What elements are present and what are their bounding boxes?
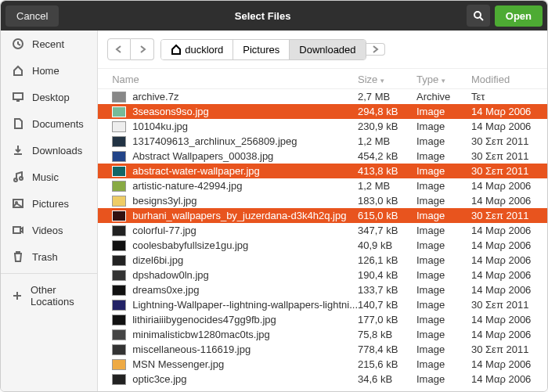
file-thumbnail [112, 181, 126, 192]
file-size: 140,7 kB [358, 299, 416, 311]
file-row[interactable]: burhani_wallpapers_by_juzerdana-d3k4h2q.… [98, 208, 547, 223]
file-thumbnail [112, 255, 126, 266]
file-modified: 14 Μαρ 2006 [471, 284, 538, 296]
sidebar-item-desktop[interactable]: Desktop [1, 84, 97, 110]
nav-back-button[interactable] [107, 38, 131, 60]
file-type: Image [416, 343, 471, 355]
breadcrumb-next-button[interactable] [366, 43, 385, 56]
svg-line-1 [480, 17, 483, 20]
file-size: 2,7 MB [358, 91, 416, 102]
file-name: dizel6bi.jpg [132, 254, 358, 266]
file-name: Abstract Wallpapers_00038.jpg [132, 150, 358, 162]
sidebar-item-other-locations[interactable]: Other Locations [1, 277, 97, 315]
file-row[interactable]: abstract-water-wallpaper.jpg413,8 kBImag… [98, 164, 547, 178]
file-row[interactable]: minimalisticbw1280mac0ts.jpg75,8 kBImage… [98, 327, 547, 342]
file-size: 1,2 MB [358, 180, 416, 192]
breadcrumb-item[interactable]: Downloaded [290, 40, 365, 59]
column-modified[interactable]: Modified [471, 74, 538, 85]
file-thumbnail [112, 121, 126, 132]
file-modified: 30 Σεπ 2011 [471, 343, 538, 355]
sidebar-item-recent[interactable]: Recent [1, 31, 97, 57]
file-row[interactable]: coolesbabyfullsize1gu.jpg40,9 kBImage14 … [98, 238, 547, 253]
file-thumbnail [112, 300, 126, 311]
file-size: 1,2 MB [358, 135, 416, 147]
open-button[interactable]: Open [495, 5, 543, 27]
file-row[interactable]: 1317409613_archlinux_256809.jpeg1,2 MBIm… [98, 134, 547, 149]
sidebar-item-videos[interactable]: Videos [1, 217, 97, 243]
sidebar-item-music[interactable]: Music [1, 164, 97, 190]
file-thumbnail [112, 270, 126, 281]
file-row[interactable]: Lightning-Wallpaper--lightning-wallpaper… [98, 297, 547, 312]
file-type: Image [416, 195, 471, 207]
search-button[interactable] [467, 5, 490, 27]
sidebar-item-pictures[interactable]: Pictures [1, 190, 97, 217]
doc-icon [12, 117, 24, 130]
file-modified: 30 Σεπ 2011 [471, 150, 538, 162]
file-type: Archive [416, 91, 471, 102]
file-name: dpshadow0ln.jpg [132, 269, 358, 281]
chevron-right-icon [370, 44, 380, 55]
file-row[interactable]: dpshadow0ln.jpg190,4 kBImage14 Μαρ 2006 [98, 268, 547, 282]
sidebar-item-label: Recent [32, 38, 64, 50]
file-thumbnail [112, 240, 126, 251]
file-size: 215,6 kB [358, 358, 416, 370]
file-size: 190,4 kB [358, 269, 416, 281]
file-row[interactable]: dreams0xe.jpg133,7 kBImage14 Μαρ 2006 [98, 282, 547, 297]
file-modified: 14 Μαρ 2006 [471, 239, 538, 251]
file-modified: 14 Μαρ 2006 [471, 314, 538, 325]
file-type: Image [416, 165, 471, 177]
file-name: 3seasons9so.jpg [132, 106, 358, 117]
sidebar-item-documents[interactable]: Documents [1, 110, 97, 137]
svg-point-0 [474, 12, 481, 18]
file-thumbnail [112, 92, 126, 102]
file-thumbnail [112, 151, 126, 162]
file-size: 34,6 kB [358, 373, 416, 385]
sidebar-item-label: Other Locations [31, 284, 86, 307]
sidebar-item-trash[interactable]: Trash [1, 243, 97, 270]
breadcrumb-item[interactable]: Pictures [233, 40, 290, 59]
file-row[interactable]: optic3ce.jpg34,6 kBImage14 Μαρ 2006 [98, 372, 547, 387]
sort-indicator: ▼ [379, 77, 385, 85]
nav-forward-button[interactable] [131, 38, 154, 60]
sidebar-item-label: Pictures [32, 198, 69, 210]
file-list[interactable]: archive.7z2,7 MBArchiveΤετ3seasons9so.jp… [98, 89, 547, 392]
file-name: lithiriaiiibygenocides47gg9fb.jpg [132, 314, 358, 325]
separator [1, 273, 97, 274]
file-row[interactable]: besigns3yl.jpg183,0 kBImage14 Μαρ 2006 [98, 193, 547, 208]
file-row[interactable]: dizel6bi.jpg126,1 kBImage14 Μαρ 2006 [98, 253, 547, 268]
file-type: Image [416, 314, 471, 325]
file-thumbnail [112, 210, 126, 221]
desktop-icon [12, 91, 24, 103]
column-name[interactable]: Name [112, 74, 358, 85]
sidebar-item-downloads[interactable]: Downloads [1, 137, 97, 164]
breadcrumb-label: Pictures [243, 44, 279, 56]
file-modified: 14 Μαρ 2006 [471, 254, 538, 266]
file-modified: 14 Μαρ 2006 [471, 195, 538, 207]
breadcrumb-item[interactable]: ducklord [161, 40, 233, 59]
file-row[interactable]: MSN Messenger.jpg215,6 kBImage14 Μαρ 200… [98, 357, 547, 372]
file-size: 40,9 kB [358, 239, 416, 251]
column-size[interactable]: Size▼ [358, 74, 416, 85]
file-size: 615,0 kB [358, 210, 416, 221]
file-row[interactable]: miscellaneous-116619.jpg778,4 kBImage30 … [98, 342, 547, 357]
file-thumbnail [112, 225, 126, 236]
file-name: colorful-77.jpg [132, 225, 358, 236]
picture-icon [12, 197, 24, 210]
file-row[interactable]: 10104ku.jpg230,9 kBImage14 Μαρ 2006 [98, 119, 547, 134]
file-row[interactable]: Abstract Wallpapers_00038.jpg454,2 kBIma… [98, 149, 547, 164]
file-row[interactable]: 3seasons9so.jpg294,8 kBImage14 Μαρ 2006 [98, 104, 547, 119]
file-row[interactable]: archive.7z2,7 MBArchiveΤετ [98, 89, 547, 104]
file-row[interactable]: colorful-77.jpg347,7 kBImage14 Μαρ 2006 [98, 223, 547, 238]
file-row[interactable]: lithiriaiiibygenocides47gg9fb.jpg177,0 k… [98, 312, 547, 327]
file-size: 126,1 kB [358, 254, 416, 266]
cancel-button[interactable]: Cancel [5, 5, 59, 27]
file-name: coolesbabyfullsize1gu.jpg [132, 239, 358, 251]
file-name: besigns3yl.jpg [132, 195, 358, 207]
sidebar-item-home[interactable]: Home [1, 57, 97, 84]
file-type: Image [416, 299, 471, 311]
file-row[interactable]: artistic-nature-42994.jpg1,2 MBImage14 Μ… [98, 178, 547, 193]
file-modified: 30 Σεπ 2011 [471, 299, 538, 311]
file-size: 347,7 kB [358, 225, 416, 236]
column-type[interactable]: Type▼ [416, 74, 471, 85]
dialog-header: Cancel Select Files Open [1, 1, 547, 31]
